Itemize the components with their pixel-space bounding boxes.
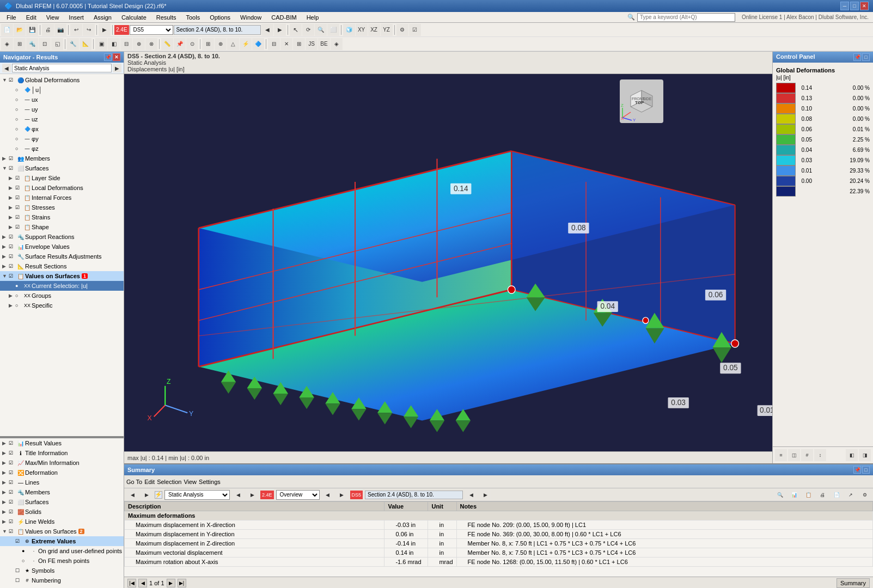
summary-view-btn7[interactable]: ⚙ bbox=[859, 489, 871, 501]
undo-button[interactable]: ↩ bbox=[70, 24, 82, 36]
tree-phix[interactable]: ○ 🔷 φx bbox=[0, 124, 124, 134]
select-all-button[interactable]: ☑ bbox=[409, 24, 421, 36]
combo-prev-button[interactable]: ◀ bbox=[232, 489, 244, 501]
nav-search-input[interactable] bbox=[12, 64, 112, 72]
tree-specific[interactable]: ▶ ○ XX Specific bbox=[0, 301, 124, 310]
tree-u-total[interactable]: ○ 🔷 │u│ bbox=[0, 85, 124, 95]
tb2-btn9[interactable]: ◧ bbox=[108, 38, 120, 50]
section-next-button[interactable]: ▶ bbox=[479, 489, 491, 501]
tb2-btn26[interactable]: ◈ bbox=[331, 38, 343, 50]
save-button[interactable]: 💾 bbox=[26, 24, 38, 36]
tree-maxmin-information[interactable]: ▶ ☑ 📈 Max/Min Information bbox=[0, 458, 124, 468]
open-button[interactable]: 📂 bbox=[14, 24, 26, 36]
tb2-btn3[interactable]: 🔩 bbox=[26, 38, 38, 50]
summary-settings[interactable]: Settings bbox=[199, 479, 221, 485]
tree-phiy[interactable]: ○ — φy bbox=[0, 134, 124, 144]
summary-pin-button[interactable]: 📌 bbox=[853, 466, 861, 474]
tb2-btn11[interactable]: ⊕ bbox=[133, 38, 145, 50]
nav-next-button[interactable]: ▶ bbox=[113, 64, 121, 72]
combo-next-button[interactable]: ▶ bbox=[246, 489, 258, 501]
summary-view-btn5[interactable]: 📄 bbox=[831, 489, 843, 501]
tree-transparent[interactable]: ☐ ◻ Transparent bbox=[0, 585, 124, 588]
tree-global-deformations[interactable]: ▼ ☑ 🔵 Global Deformations bbox=[0, 75, 124, 85]
summary-view-btn2[interactable]: 📊 bbox=[788, 489, 800, 501]
cp-expand-right[interactable]: ◧ bbox=[846, 449, 858, 461]
tb2-btn5[interactable]: ◱ bbox=[51, 38, 63, 50]
run-analysis-button[interactable]: ▶ bbox=[99, 24, 111, 36]
summary-view-btn6[interactable]: ↗ bbox=[845, 489, 857, 501]
tree-layer-side[interactable]: ▶ ☑ 📋 Layer Side bbox=[0, 173, 124, 183]
next-section-button[interactable]: ▶ bbox=[274, 24, 286, 36]
prev-page-button[interactable]: ◀ bbox=[138, 579, 147, 587]
tree-uy[interactable]: ○ — uy bbox=[0, 105, 124, 114]
tree-ux[interactable]: ○ — ux bbox=[0, 95, 124, 105]
menu-insert[interactable]: Insert bbox=[64, 13, 88, 22]
summary-view[interactable]: View bbox=[184, 479, 197, 485]
cp-btn1[interactable]: ≡ bbox=[775, 449, 787, 461]
tree-on-fe-mesh-points[interactable]: ○ · On FE mesh points bbox=[0, 556, 124, 566]
cp-btn2[interactable]: ◫ bbox=[788, 449, 800, 461]
tree-members[interactable]: ▶ ☑ 👥 Members bbox=[0, 154, 124, 163]
tb2-btn25[interactable]: BE bbox=[318, 38, 330, 50]
analysis-next-button[interactable]: ▶ bbox=[141, 489, 152, 501]
tree-strains[interactable]: ▶ ☑ 📋 Strains bbox=[0, 212, 124, 222]
analysis-type-combo[interactable]: Static Analysis bbox=[164, 490, 230, 500]
cp-btn3[interactable]: # bbox=[801, 449, 813, 461]
tb2-btn6[interactable]: 🔧 bbox=[67, 38, 79, 50]
tree-current-selection[interactable]: ● XX Current Selection: |u| bbox=[0, 281, 124, 291]
view-xz-button[interactable]: XZ bbox=[368, 24, 380, 36]
tb2-btn12[interactable]: ⊗ bbox=[145, 38, 157, 50]
tb2-btn22[interactable]: ✕ bbox=[280, 38, 292, 50]
menu-edit[interactable]: Edit bbox=[22, 13, 41, 22]
tb2-btn19[interactable]: ⚡ bbox=[240, 38, 252, 50]
zoom-button[interactable]: 🔍 bbox=[315, 24, 327, 36]
zoom-all-button[interactable]: ⬜ bbox=[327, 24, 339, 36]
menu-window[interactable]: Window bbox=[236, 13, 266, 22]
prev-section-button[interactable]: ◀ bbox=[261, 24, 273, 36]
tree-surfaces[interactable]: ▼ ☑ ⬜ Surfaces bbox=[0, 163, 124, 173]
menu-calculate[interactable]: Calculate bbox=[117, 13, 151, 22]
summary-selection[interactable]: Selection bbox=[157, 479, 181, 485]
menu-file[interactable]: File bbox=[2, 13, 21, 22]
viewport-canvas[interactable]: 0.08 0.14 0.06 0.04 0.05 0.03 0.01 bbox=[124, 74, 772, 451]
table-row[interactable]: Maximum displacement in Y-direction 0.06… bbox=[125, 530, 873, 539]
summary-view-btn4[interactable]: 🖨 bbox=[816, 489, 828, 501]
tb2-btn21[interactable]: ⊟ bbox=[268, 38, 280, 50]
tree-numbering[interactable]: ☐ # Numbering bbox=[0, 575, 124, 585]
tree-groups[interactable]: ▶ ○ XX Groups bbox=[0, 291, 124, 301]
tree-envelope-values[interactable]: ▶ ☑ 📊 Envelope Values bbox=[0, 242, 124, 252]
analysis-prev-button[interactable]: ◀ bbox=[126, 489, 138, 501]
tree-on-grid-points[interactable]: ● · On grid and user-defined points bbox=[0, 546, 124, 556]
redo-button[interactable]: ↪ bbox=[83, 24, 95, 36]
tb2-btn7[interactable]: 📐 bbox=[80, 38, 91, 50]
maximize-button[interactable]: □ bbox=[850, 2, 859, 10]
tree-local-deformations[interactable]: ▶ ☑ 📋 Local Deformations bbox=[0, 183, 124, 193]
tree-phiz[interactable]: ○ — φz bbox=[0, 144, 124, 154]
tree-extreme-values[interactable]: ☑ ⊛ Extreme Values bbox=[0, 536, 124, 546]
cp-shrink-right[interactable]: ◨ bbox=[859, 449, 871, 461]
summary-edit[interactable]: Edit bbox=[144, 479, 155, 485]
tree-uz[interactable]: ○ — uz bbox=[0, 114, 124, 124]
tb2-btn15[interactable]: ⊙ bbox=[186, 38, 198, 50]
tb2-btn2[interactable]: ⊞ bbox=[14, 38, 26, 50]
tree-surface-results-adjustments[interactable]: ▶ ☑ 🔧 Surface Results Adjustments bbox=[0, 252, 124, 261]
tb2-btn17[interactable]: ⊕ bbox=[215, 38, 227, 50]
nav-close-button[interactable]: ✕ bbox=[113, 53, 120, 61]
tree-values-on-surfaces[interactable]: ▼ ☑ 📋 Values on Surfaces 1 bbox=[0, 271, 124, 281]
menu-assign[interactable]: Assign bbox=[89, 13, 116, 22]
menu-help[interactable]: Help bbox=[302, 13, 323, 22]
view-3d-button[interactable]: 🧊 bbox=[343, 24, 355, 36]
tree-solids[interactable]: ▶ ☑ 🧱 Solids bbox=[0, 507, 124, 517]
tb2-btn8[interactable]: ▣ bbox=[95, 38, 107, 50]
tree-lines[interactable]: ▶ ☑ — Lines bbox=[0, 477, 124, 487]
cp-pin-button[interactable]: 📌 bbox=[853, 53, 861, 61]
table-row[interactable]: Maximum rotation about X-axis -1.6 mrad … bbox=[125, 558, 873, 567]
rotate-button[interactable]: ⟳ bbox=[302, 24, 314, 36]
section-prev-button[interactable]: ◀ bbox=[465, 489, 477, 501]
summary-expand-button[interactable]: □ bbox=[862, 466, 870, 474]
nav-prev-button[interactable]: ◀ bbox=[2, 64, 11, 72]
tb2-btn20[interactable]: 🔷 bbox=[252, 38, 264, 50]
tree-title-information[interactable]: ▶ ☑ ℹ Title Information bbox=[0, 448, 124, 458]
tb2-btn13[interactable]: 📏 bbox=[161, 38, 173, 50]
summary-tab[interactable]: Summary bbox=[837, 578, 870, 588]
